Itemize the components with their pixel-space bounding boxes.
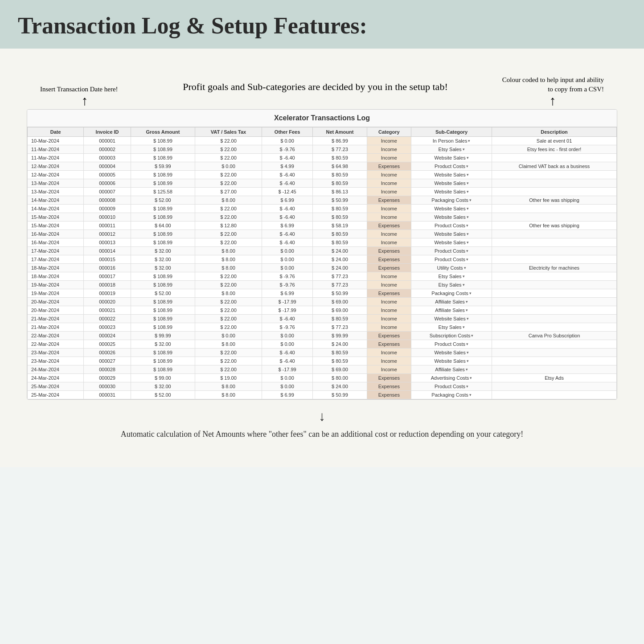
- cell-gross: $ 108.99: [131, 238, 195, 247]
- dropdown-arrow[interactable]: ▾: [469, 291, 472, 295]
- cell-category: Income: [367, 272, 411, 281]
- cell-fees: $ -9.76: [262, 145, 312, 154]
- spreadsheet-wrapper: Xcelerator Transactions Log Date Invoice…: [27, 109, 617, 400]
- dropdown-arrow[interactable]: ▾: [467, 350, 469, 355]
- table-row: 18-Mar-2024 000017 $ 108.99 $ 22.00 $ -9…: [28, 272, 617, 281]
- cell-gross: $ 108.99: [131, 315, 195, 323]
- dropdown-arrow[interactable]: ▾: [463, 325, 465, 329]
- cell-gross: $ 108.99: [131, 154, 195, 162]
- dropdown-arrow[interactable]: ▾: [466, 308, 468, 312]
- cell-vat: $ 22.00: [195, 137, 262, 145]
- spreadsheet-title: Xcelerator Transactions Log: [27, 110, 617, 127]
- cell-net: $ 80.59: [313, 154, 367, 162]
- cell-fees: $ 6.99: [262, 222, 312, 230]
- dropdown-arrow[interactable]: ▾: [463, 274, 465, 279]
- cell-vat: $ 22.00: [195, 281, 262, 289]
- dropdown-arrow[interactable]: ▾: [467, 232, 469, 236]
- cell-subcategory: Website Sales ▾: [411, 230, 492, 238]
- cell-subcategory: In Person Sales ▾: [411, 137, 492, 145]
- cell-gross: $ 108.99: [131, 137, 195, 145]
- dropdown-arrow[interactable]: ▾: [463, 283, 465, 287]
- dropdown-arrow[interactable]: ▾: [466, 257, 468, 262]
- table-header-row: Date Invoice ID Gross Amount VAT / Sales…: [28, 127, 617, 137]
- dropdown-arrow[interactable]: ▾: [467, 189, 469, 194]
- annotation-center: Profit goals and Sub-categories are deci…: [129, 80, 501, 94]
- dropdown-arrow[interactable]: ▾: [467, 316, 469, 321]
- cell-gross: $ 52.00: [131, 391, 195, 399]
- cell-category: Income: [367, 213, 411, 222]
- arrow-right: ↑: [501, 94, 604, 107]
- dropdown-arrow[interactable]: ▾: [466, 249, 468, 253]
- cell-gross: $ 99.00: [131, 374, 195, 382]
- cell-net: $ 77.23: [313, 272, 367, 281]
- dropdown-arrow[interactable]: ▾: [467, 359, 469, 363]
- cell-vat: $ 8.00: [195, 264, 262, 272]
- table-row: 15-Mar-2024 000011 $ 64.00 $ 12.80 $ 6.9…: [28, 222, 617, 230]
- cell-description: Other fee was shipping: [492, 222, 617, 230]
- annotation-left: Insert Transaction Date here!: [40, 85, 129, 94]
- table-row: 14-Mar-2024 000008 $ 52.00 $ 8.00 $ 6.99…: [28, 196, 617, 205]
- cell-invoice: 000016: [84, 264, 131, 272]
- cell-date: 24-Mar-2024: [28, 365, 84, 374]
- cell-description: [492, 205, 617, 213]
- cell-fees: $ 0.00: [262, 264, 312, 272]
- cell-subcategory: Website Sales ▾: [411, 188, 492, 196]
- dropdown-arrow[interactable]: ▾: [467, 215, 469, 219]
- dropdown-arrow[interactable]: ▾: [466, 223, 468, 228]
- col-category: Category: [367, 127, 411, 137]
- cell-subcategory: Product Costs ▾: [411, 247, 492, 255]
- cell-date: 16-Mar-2024: [28, 230, 84, 238]
- dropdown-arrow[interactable]: ▾: [464, 266, 466, 270]
- arrow-left: ↑: [40, 94, 129, 107]
- cell-subcategory: Packaging Costs ▾: [411, 196, 492, 205]
- cell-category: Income: [367, 205, 411, 213]
- cell-subcategory: Product Costs ▾: [411, 255, 492, 264]
- subcategory-label: Website Sales: [435, 240, 466, 245]
- table-row: 12-Mar-2024 000005 $ 108.99 $ 22.00 $ -6…: [28, 171, 617, 179]
- cell-invoice: 000008: [84, 196, 131, 205]
- dropdown-arrow[interactable]: ▾: [470, 376, 472, 380]
- cell-net: $ 99.99: [313, 332, 367, 340]
- dropdown-arrow[interactable]: ▾: [466, 342, 468, 346]
- dropdown-arrow[interactable]: ▾: [467, 181, 469, 185]
- cell-invoice: 000021: [84, 306, 131, 315]
- dropdown-arrow[interactable]: ▾: [468, 139, 470, 143]
- cell-gross: $ 108.99: [131, 205, 195, 213]
- table-row: 15-Mar-2024 000010 $ 108.99 $ 22.00 $ -6…: [28, 213, 617, 222]
- cell-date: 16-Mar-2024: [28, 238, 84, 247]
- cell-description: [492, 154, 617, 162]
- dropdown-arrow[interactable]: ▾: [469, 198, 472, 202]
- cell-category: Income: [367, 281, 411, 289]
- cell-gross: $ 108.99: [131, 145, 195, 154]
- cell-net: $ 24.00: [313, 340, 367, 349]
- transaction-table: Date Invoice ID Gross Amount VAT / Sales…: [27, 127, 617, 399]
- cell-fees: $ 0.00: [262, 247, 312, 255]
- cell-gross: $ 125.58: [131, 188, 195, 196]
- dropdown-arrow[interactable]: ▾: [467, 240, 469, 245]
- table-row: 18-Mar-2024 000016 $ 32.00 $ 8.00 $ 0.00…: [28, 264, 617, 272]
- dropdown-arrow[interactable]: ▾: [463, 147, 465, 152]
- dropdown-arrow[interactable]: ▾: [466, 384, 468, 389]
- dropdown-arrow[interactable]: ▾: [466, 164, 468, 168]
- cell-category: Income: [367, 298, 411, 306]
- cell-description: [492, 255, 617, 264]
- cell-invoice: 000027: [84, 357, 131, 365]
- cell-vat: $ 22.00: [195, 298, 262, 306]
- cell-vat: $ 22.00: [195, 323, 262, 332]
- subcategory-label: Etsy Sales: [439, 324, 462, 330]
- cell-invoice: 000006: [84, 179, 131, 188]
- dropdown-arrow[interactable]: ▾: [467, 206, 469, 211]
- dropdown-arrow[interactable]: ▾: [467, 156, 469, 160]
- cell-invoice: 000011: [84, 222, 131, 230]
- cell-description: [492, 391, 617, 399]
- cell-gross: $ 64.00: [131, 222, 195, 230]
- dropdown-arrow[interactable]: ▾: [466, 299, 468, 304]
- annotation-right: Colour coded to help input and ability t…: [501, 75, 604, 94]
- cell-description: [492, 247, 617, 255]
- dropdown-arrow[interactable]: ▾: [466, 367, 468, 372]
- cell-date: 25-Mar-2024: [28, 391, 84, 399]
- dropdown-arrow[interactable]: ▾: [469, 393, 472, 397]
- dropdown-arrow[interactable]: ▾: [471, 333, 473, 338]
- cell-net: $ 24.00: [313, 382, 367, 391]
- dropdown-arrow[interactable]: ▾: [467, 172, 469, 177]
